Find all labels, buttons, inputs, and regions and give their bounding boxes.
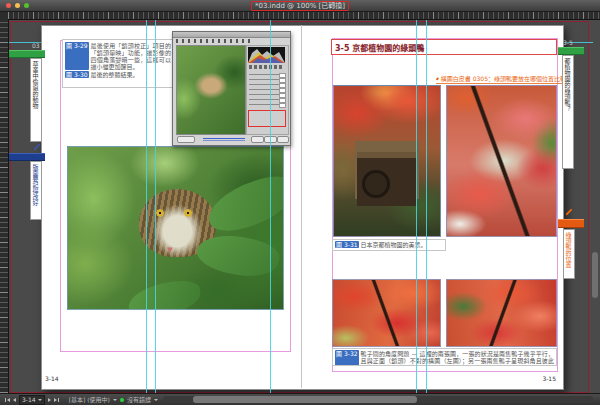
caption-text: 最後的整體結果。 [91, 71, 139, 78]
waterwheel-hut-photo[interactable] [333, 85, 441, 237]
right-section-number: 3-5 [563, 40, 573, 46]
vertical-ruler[interactable] [0, 19, 9, 393]
leaf [126, 278, 203, 310]
right-section-title-box[interactable]: 都植物園的綠頭鴨？ [562, 55, 574, 169]
first-page-button[interactable] [5, 398, 10, 402]
dialog-adjust-panel [246, 45, 289, 135]
dialog-save-button [177, 136, 195, 143]
vertical-guide[interactable] [426, 19, 427, 393]
figure-label-chip: 圖 3-31 [335, 241, 359, 248]
vertical-guide[interactable] [146, 19, 147, 393]
caption-frame-3-32[interactable]: 圖 3-32 鴨子間的角度問題 — 這裡的兩張圖，一張的狀況是兩隻鴨子幾乎平行，… [332, 348, 557, 366]
cat-in-foliage-photo[interactable] [67, 146, 284, 310]
leaf [201, 170, 284, 238]
right-section-title: 都植物園的綠頭鴨？ [563, 56, 571, 112]
slider-row [249, 104, 279, 105]
cat-eye-left [156, 209, 164, 217]
camera-raw-dialog-screenshot[interactable] [172, 31, 291, 146]
dialog-toolbar-icons [176, 39, 254, 43]
left-note-text: 版面要記得改好 [31, 162, 39, 206]
caption-frame-3-29[interactable]: 圖 3-29 最後使用「鏡頭校正」項目的「鏡頭暈映」功能，讓影像的四個角落變暗一… [62, 39, 174, 88]
annotation-text: 構圖白皮書 0305：綠頭鴨要放在哪個位置比較好 [441, 75, 572, 83]
minimize-window-icon[interactable] [15, 3, 20, 8]
previous-page-button[interactable] [13, 398, 16, 402]
chevron-down-icon [154, 399, 158, 401]
status-bar: 3-14 [基本] (使用中) 沒有錯誤 [0, 393, 600, 405]
left-note-tab[interactable] [8, 153, 45, 161]
right-note-text: 綠頭鴨的位置 [564, 230, 572, 268]
dialog-titlebar [173, 32, 290, 38]
chevron-down-icon [113, 399, 117, 401]
left-note-box[interactable]: 版面要記得改好 [30, 161, 42, 220]
maple-pond-photo[interactable] [446, 85, 557, 237]
left-chapter-title-box[interactable]: 草叢中偷窺的動物 [30, 58, 42, 142]
horizontal-scrollbar[interactable] [163, 396, 593, 403]
maple-closeup-right-photo[interactable] [446, 279, 557, 347]
slider-row [249, 89, 279, 90]
left-chapter-number: 03 [32, 43, 40, 49]
figure-label-chip: 圖 3-29 [65, 42, 89, 70]
panel-tab-icons [249, 65, 284, 69]
vertical-scrollbar-thumb[interactable] [592, 252, 598, 298]
dialog-done-button [277, 136, 289, 143]
next-page-button[interactable] [48, 398, 51, 402]
figure-label-chip: 圖 3-30 [65, 71, 89, 78]
editor-annotation[interactable]: 構圖白皮書 0305：綠頭鴨要放在哪個位置比較好 [436, 74, 572, 84]
preflight-profile[interactable]: [基本] (使用中) [69, 395, 110, 404]
vertical-guide[interactable] [270, 19, 271, 393]
vertical-guide[interactable] [416, 19, 417, 393]
dialog-cat-preview [176, 45, 246, 135]
page-number-field[interactable]: 3-14 [19, 395, 45, 405]
red-annotation-box [248, 110, 286, 127]
slider-row [249, 99, 279, 100]
slider-row [249, 79, 279, 80]
close-window-icon[interactable] [6, 3, 11, 8]
section-heading-frame[interactable]: 3-5 京都植物園的綠頭鴨 [331, 39, 557, 55]
right-note-box[interactable]: 綠頭鴨的位置 [563, 229, 575, 279]
water-wheel [362, 170, 390, 198]
maple-closeup-left-photo[interactable] [332, 279, 441, 347]
right-section-tab[interactable] [558, 47, 584, 55]
slider-row [249, 94, 279, 95]
left-chapter-tab[interactable] [8, 50, 45, 58]
histogram [248, 47, 285, 63]
current-page: 3-14 [22, 396, 36, 404]
branch [446, 86, 557, 236]
title-bar[interactable]: *03.indd @ 100% [已轉換] [0, 0, 600, 12]
caption-row: 圖 3-32 鴨子間的角度問題 — 這裡的兩張圖，一張的狀況是兩隻鴨子幾乎平行，… [335, 350, 554, 366]
last-page-button[interactable] [54, 398, 59, 402]
left-page-number: 3-14 [45, 375, 59, 382]
caption-frame-3-31[interactable]: 圖 3-31 日本京都植物園的美景。 [332, 239, 446, 251]
pencil-icon [436, 77, 439, 80]
chevron-down-icon [38, 399, 42, 401]
indesign-window: *03.indd @ 100% [已轉換] 圖 3-29 最後使用「鏡頭校正」項… [0, 0, 600, 405]
spread-gutter-line [301, 25, 302, 388]
right-note-tab[interactable] [558, 219, 584, 228]
left-chapter-title: 草叢中偷窺的動物 [31, 59, 39, 109]
section-heading: 3-5 京都植物園的綠頭鴨 [332, 42, 424, 53]
document-title: *03.indd @ 100% [已轉換] [251, 1, 349, 11]
vertical-guide[interactable] [155, 19, 156, 393]
slider-row [249, 74, 279, 75]
figure-label-chip: 圖 3-32 [335, 350, 359, 366]
preflight-ok-icon [120, 398, 124, 402]
branch [446, 280, 557, 346]
caption-text: 最後使用「鏡頭校正」項目的「鏡頭暈映」功能，讓影像的四個角落變暗一些，這樣可以讓… [91, 42, 171, 70]
preflight-status[interactable]: 沒有錯誤 [127, 395, 151, 404]
horizontal-scrollbar-thumb[interactable] [193, 396, 417, 403]
caption-text: 鴨子間的角度問題 — 這裡的兩張圖，一張的狀況是兩隻鴨子幾乎平行，且與正面（鏡頭… [361, 350, 554, 366]
cat-eye-right [184, 209, 192, 217]
right-page-number: 3-15 [538, 375, 556, 382]
slider-row [249, 84, 279, 85]
dialog-workflow-link [203, 138, 245, 139]
dialog-open-button [251, 136, 264, 143]
horizontal-ruler[interactable] [8, 11, 600, 20]
zoom-window-icon[interactable] [24, 3, 29, 8]
branch [332, 280, 441, 346]
